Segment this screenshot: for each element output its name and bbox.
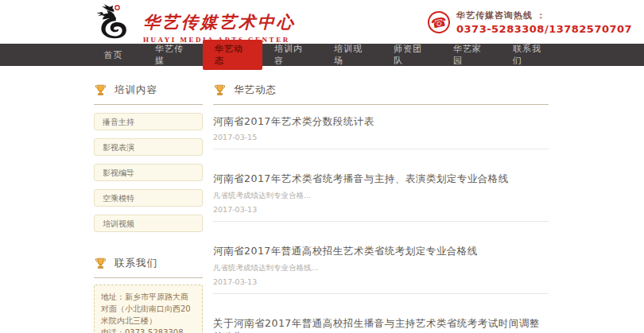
trophy-icon [94, 257, 107, 270]
nav-item-huayi-news[interactable]: 华艺动态 [203, 44, 262, 66]
news-date: 2017-03-13 [213, 205, 549, 214]
sidebar-item-training-video[interactable]: 培训视频 [94, 215, 203, 232]
news-title[interactable]: 河南省2017年艺术类分数段统计表 [213, 115, 549, 129]
nav-item-faculty-team[interactable]: 师资团队 [382, 44, 441, 66]
telephone-icon: ☎ [425, 9, 452, 35]
site-logo[interactable]: 华艺传媒艺术中心 HUAYI MEDIA ARTS CENTER [92, 3, 296, 44]
dragon-logo-icon [92, 3, 137, 41]
hotline-text: 华艺传媒咨询热线 ： 0373-5283308/13782570707 [456, 10, 632, 35]
news-section-header: 华艺动态 [213, 79, 549, 100]
news-excerpt: 凡省统考成绩达到专业合格线... [213, 263, 549, 273]
news-title[interactable]: 河南省2017年艺术类省统考播音与主持、表演类划定专业合格线 [213, 172, 549, 186]
nav-item-training-content[interactable]: 培训内容 [262, 44, 322, 66]
site-title-block: 华艺传媒艺术中心 HUAYI MEDIA ARTS CENTER [143, 3, 296, 44]
trophy-icon [94, 83, 107, 97]
news-date: 2017-03-13 [213, 277, 549, 286]
nav-item-training-scene[interactable]: 培训现场 [322, 44, 382, 66]
sidebar-contact-header: 联系我们 [94, 253, 203, 273]
sidebar-item-film-directing[interactable]: 影视编导 [94, 164, 203, 181]
news-excerpt: 凡省统考成绩达到专业合格... [213, 191, 549, 201]
news-item[interactable]: 河南省2017年艺术类分数段统计表 2017-03-15 [213, 105, 549, 149]
main-content: 华艺动态 河南省2017年艺术类分数段统计表 2017-03-15 河南省201… [213, 79, 549, 333]
sidebar-contact-divider [94, 277, 203, 278]
sidebar-item-film-acting[interactable]: 影视表演 [94, 138, 203, 156]
sidebar-item-broadcast-hosting[interactable]: 播音主持 [94, 113, 203, 130]
sidebar-training-header: 培训内容 [94, 79, 203, 100]
hotline: ☎ 华艺传媒咨询热线 ： 0373-5283308/13782570707 [428, 10, 632, 35]
hotline-number: 0373-5283308/13782570707 [456, 23, 632, 35]
main-nav: 首页 华艺传媒 华艺动态 培训内容 培训现场 师资团队 华艺家园 联系我们 [0, 44, 644, 66]
news-title[interactable]: 关于河南省2017年普通高校招生播音与主持艺术类省统考考试时间调整的公告 [213, 317, 549, 333]
sidebar-contact-title: 联系我们 [114, 257, 157, 270]
news-section-title: 华艺动态 [234, 83, 277, 97]
site-title: 华艺传媒艺术中心 [143, 11, 296, 33]
hotline-label: 华艺传媒咨询热线 ： [456, 10, 632, 21]
news-date: 2017-03-15 [213, 133, 549, 141]
nav-item-huayi-home[interactable]: 华艺家园 [441, 44, 501, 66]
nav-item-home[interactable]: 首页 [83, 44, 143, 66]
contact-info-box: 地址：新乡市平原路大商对面（小北街南口向西20米院内北三楼） 电话：0373-5… [94, 285, 203, 333]
page: 华艺传媒艺术中心 HUAYI MEDIA ARTS CENTER ☎ 华艺传媒咨… [0, 0, 644, 333]
contact-address: 地址：新乡市平原路大商对面（小北街南口向西20米院内北三楼） [101, 291, 196, 327]
nav-item-contact-us[interactable]: 联系我们 [501, 44, 561, 66]
sidebar-training-divider [94, 104, 203, 105]
site-header: 华艺传媒艺术中心 HUAYI MEDIA ARTS CENTER ☎ 华艺传媒咨… [0, 0, 644, 44]
news-item[interactable]: 河南省2017年普通高校招生艺术类省统考划定专业合格线 凡省统考成绩达到专业合格… [213, 222, 549, 294]
news-item[interactable]: 河南省2017年艺术类省统考播音与主持、表演类划定专业合格线 凡省统考成绩达到专… [213, 149, 549, 222]
sidebar: 培训内容 播音主持 影视表演 影视编导 空乘模特 培训视频 联系我们 地址：新乡… [94, 79, 203, 333]
contact-phone: 电话：0373-5283308 [101, 327, 196, 333]
main-nav-inner: 首页 华艺传媒 华艺动态 培训内容 培训现场 师资团队 华艺家园 联系我们 [83, 44, 561, 66]
nav-item-huayi-media[interactable]: 华艺传媒 [143, 44, 203, 66]
sidebar-training-title: 培训内容 [114, 83, 157, 97]
sidebar-item-flight-attendant-model[interactable]: 空乘模特 [94, 189, 203, 207]
trophy-icon [213, 83, 227, 97]
news-item[interactable]: 关于河南省2017年普通高校招生播音与主持艺术类省统考考试时间调整的公告 河南省… [213, 294, 549, 333]
news-title[interactable]: 河南省2017年普通高校招生艺术类省统考划定专业合格线 [213, 245, 549, 258]
